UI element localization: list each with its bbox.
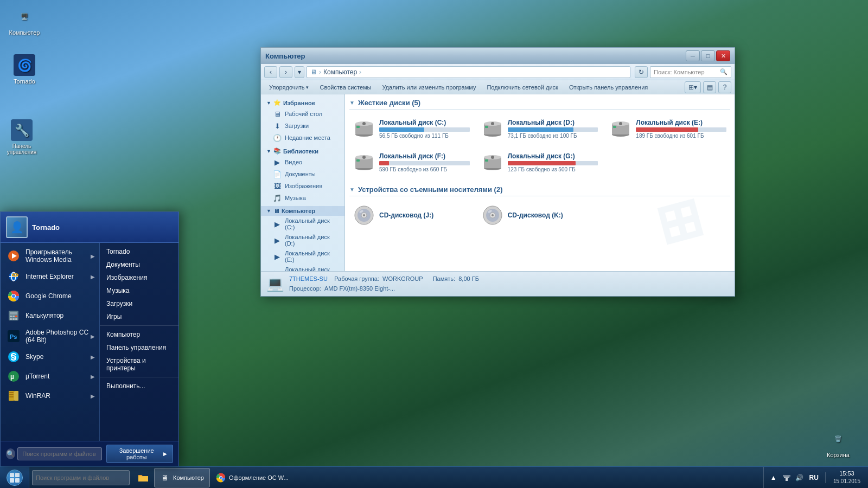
- sidebar-item-music[interactable]: 🎵 Музыка: [261, 192, 344, 204]
- drive-c-item[interactable]: Локальный диск (C:) 56,5 ГБ свободно из …: [349, 114, 474, 143]
- drive-d-item[interactable]: Локальный диск (D:) 73,1 ГБ свободно из …: [478, 114, 602, 143]
- recycle-bin-icon[interactable]: 🗑️ Корзина: [819, 428, 857, 458]
- start-search-input[interactable]: [17, 447, 102, 460]
- tray-network-icon[interactable]: [781, 472, 792, 483]
- sidebar-favorites-header[interactable]: ▼ ⭐ Избранное: [261, 98, 344, 108]
- cd-drives-grid: CD-дисковод (J:) CD-диско: [349, 201, 730, 230]
- sidebar-item-documents[interactable]: 📄 Документы: [261, 168, 344, 180]
- map-drive-button[interactable]: Подключить сетевой диск: [482, 82, 563, 93]
- sidebar-libraries-header[interactable]: ▼ 📚 Библиотеки: [261, 146, 344, 156]
- taskbar: 🖥 Компьютер Оформление ОС W...: [0, 466, 868, 488]
- drive-f-bar-container: [379, 161, 470, 165]
- drive-e-disk-icon: [610, 118, 631, 139]
- start-right-tornado[interactable]: Tornado: [100, 245, 178, 258]
- sidebar-item-d[interactable]: ▶ Локальный диск (D:): [261, 232, 344, 248]
- desktop-icon-tornado[interactable]: 🌀 Tornado: [5, 54, 43, 85]
- uninstall-button[interactable]: Удалить или изменить программу: [377, 82, 481, 93]
- svg-point-47: [12, 294, 15, 298]
- tray-divider: [825, 472, 826, 483]
- start-right-devices[interactable]: Устройства и принтеры: [100, 354, 178, 375]
- taskbar-item-chrome[interactable]: Оформление ОС W...: [210, 468, 295, 487]
- shutdown-button[interactable]: Завершение работы ▶: [106, 445, 173, 463]
- svg-text:Ps: Ps: [10, 333, 17, 340]
- start-item-photoshop[interactable]: Ps Adobe Photoshop CC (64 Bit) ▶: [1, 325, 99, 347]
- computer-desktop-icon: 🖥️: [14, 5, 35, 27]
- open-control-panel-button[interactable]: Открыть панель управления: [564, 82, 653, 93]
- svg-point-7: [362, 122, 366, 125]
- start-item-google-chrome[interactable]: Google Chrome: [1, 286, 99, 306]
- ie-arrow: ▶: [91, 274, 95, 280]
- video-icon: ▶: [273, 158, 282, 166]
- sidebar-item-downloads[interactable]: ⬇ Загрузки: [261, 120, 344, 132]
- tray-volume-icon[interactable]: 🔊: [794, 472, 805, 483]
- start-right-computer[interactable]: Компьютер: [100, 328, 178, 341]
- dropdown-button[interactable]: ▾: [295, 66, 304, 78]
- sidebar-item-images[interactable]: 🖼 Изображения: [261, 180, 344, 192]
- hard-drives-section-header: ▼ Жесткие диски (5): [349, 99, 730, 110]
- help-button[interactable]: ?: [718, 81, 731, 93]
- search-bar[interactable]: Поиск: Компьютер 🔍: [650, 66, 731, 78]
- start-item-utorrent[interactable]: µ µTorrent ▶: [1, 367, 99, 386]
- sidebar-computer-header[interactable]: ▼ 🖥 Компьютер: [261, 206, 344, 216]
- refresh-button[interactable]: ↻: [635, 66, 648, 78]
- svg-text:🔧: 🔧: [15, 123, 30, 138]
- taskbar-folder-icon: [138, 473, 148, 483]
- drive-g-item[interactable]: Локальный диск (G:) 123 ГБ свободно из 5…: [478, 147, 602, 177]
- start-menu-bottom: 🔍 Завершение работы ▶: [1, 441, 178, 466]
- desktop-icon-computer[interactable]: 🖥️ Компьютер: [5, 5, 43, 36]
- svg-rect-74: [784, 477, 789, 478]
- start-menu-body: Проигрыватель Windows Media ▶ Internet E…: [1, 243, 178, 441]
- taskbar-explorer-pinned[interactable]: [132, 468, 154, 487]
- drives-grid: Локальный диск (C:) 56,5 ГБ свободно из …: [349, 114, 730, 177]
- close-button[interactable]: ✕: [716, 50, 730, 61]
- start-item-skype[interactable]: Skype ▶: [1, 347, 99, 367]
- view-toggle-button[interactable]: ⊞▾: [685, 81, 701, 93]
- details-pane-button[interactable]: ▤: [703, 81, 716, 93]
- maximize-button[interactable]: □: [701, 50, 715, 61]
- start-right-run[interactable]: Выполнить...: [100, 380, 178, 393]
- computer-name-link[interactable]: 7THEMES-SU: [289, 275, 328, 282]
- start-item-internet-explorer[interactable]: Internet Explorer ▶: [1, 267, 99, 286]
- system-properties-button[interactable]: Свойства системы: [315, 82, 376, 93]
- tray-time[interactable]: 15:53 15.01.2015: [830, 470, 864, 485]
- sidebar-item-f[interactable]: ▶ Локальный диск (F:): [261, 265, 344, 271]
- desktop-icon-control-panel[interactable]: 🔧 Панель управления: [3, 119, 41, 155]
- minimize-button[interactable]: ─: [686, 50, 700, 61]
- start-right-images[interactable]: Изображения: [100, 271, 178, 284]
- organize-menu-button[interactable]: Упорядочить ▾: [264, 82, 314, 93]
- taskbar-search-input[interactable]: [32, 470, 130, 485]
- drive-d-icon: ▶: [273, 236, 282, 245]
- start-right-divider: [100, 325, 178, 326]
- taskbar-item-computer[interactable]: 🖥 Компьютер: [154, 468, 210, 487]
- start-right-music[interactable]: Музыка: [100, 284, 178, 297]
- svg-point-12: [491, 122, 494, 125]
- tray-language[interactable]: RU: [807, 474, 821, 481]
- sidebar-item-recent[interactable]: 🕐 Недавние места: [261, 132, 344, 144]
- drive-e-bar-container: [636, 127, 726, 132]
- hard-drives-toggle[interactable]: ▼: [349, 100, 355, 106]
- sidebar-item-video[interactable]: ▶ Видео: [261, 156, 344, 168]
- cd-k-item[interactable]: CD-дисковод (K:): [478, 201, 602, 230]
- start-button[interactable]: [0, 467, 29, 489]
- removable-toggle[interactable]: ▼: [349, 187, 355, 192]
- svg-rect-68: [10, 478, 14, 483]
- start-right-games[interactable]: Игры: [100, 310, 178, 323]
- drive-f-info: Локальный диск (F:) 590 ГБ свободно из 6…: [379, 152, 470, 172]
- drive-e-item[interactable]: Локальный диск (E:) 189 ГБ свободно из 6…: [606, 114, 730, 143]
- start-item-calculator[interactable]: Калькулятор: [1, 306, 99, 325]
- address-bar[interactable]: 🖥 › Компьютер ›: [307, 66, 630, 78]
- forward-button[interactable]: ›: [279, 66, 292, 78]
- start-right-downloads[interactable]: Загрузки: [100, 297, 178, 310]
- drive-f-item[interactable]: Локальный диск (F:) 590 ГБ свободно из 6…: [349, 147, 474, 177]
- tray-arrow-icon[interactable]: ▲: [768, 472, 779, 483]
- sidebar-item-c[interactable]: ▶ Локальный диск (C:): [261, 216, 344, 232]
- start-item-windows-media[interactable]: Проигрыватель Windows Media ▶: [1, 245, 99, 267]
- start-right-documents[interactable]: Документы: [100, 258, 178, 271]
- sidebar-item-e[interactable]: ▶ Локальный диск (E:): [261, 248, 344, 265]
- cd-j-item[interactable]: CD-дисковод (J:): [349, 201, 474, 230]
- drive-c-disk-icon: [353, 118, 375, 139]
- start-item-winrar[interactable]: WinRAR ▶: [1, 386, 99, 406]
- start-right-control-panel[interactable]: Панель управления: [100, 341, 178, 354]
- back-button[interactable]: ‹: [264, 66, 277, 78]
- sidebar-item-desktop[interactable]: 🖥 Рабочий стол: [261, 108, 344, 120]
